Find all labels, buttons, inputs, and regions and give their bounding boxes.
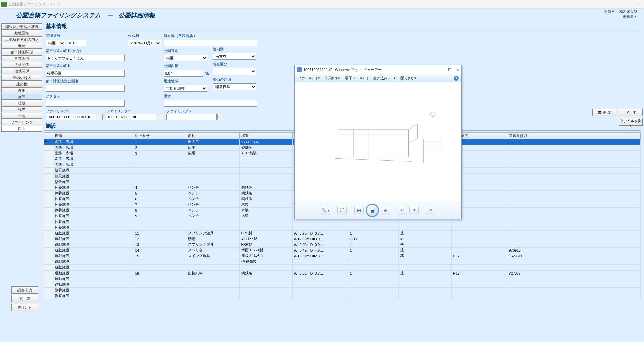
drawing-image bbox=[303, 93, 452, 191]
app-icon bbox=[1, 2, 7, 7]
name-input[interactable] bbox=[46, 70, 125, 77]
filing2-label: ファイリング2 bbox=[106, 109, 163, 114]
sidebar-item-7[interactable]: 植栽関係 bbox=[1, 68, 42, 74]
viewer-min[interactable]: — bbox=[440, 68, 443, 72]
sidebar-item-2[interactable]: 土地所有者別の内訳 bbox=[1, 36, 42, 42]
filing3-browse[interactable]: … bbox=[217, 114, 223, 120]
zoom-out-icon[interactable]: 🔍 ▾ bbox=[321, 206, 330, 215]
table-row[interactable]: 休養施設 bbox=[44, 219, 641, 225]
updater-label: 更新者： bbox=[623, 15, 637, 19]
table-row[interactable]: 遊戯施設 bbox=[44, 265, 641, 271]
table-row[interactable]: 遊戯施設15スイング遊具座板 ﾎﾟﾘｴﾁﾚﾝW=0.37m D=2.3…1基H1… bbox=[44, 253, 641, 259]
kana-label: 都市公園の名称(かな) bbox=[46, 48, 126, 53]
viewer-menu-3[interactable]: 書き込み(U) ▾ bbox=[373, 76, 396, 81]
sidebar-item-11[interactable]: 施設 bbox=[1, 94, 42, 100]
usezone-sel[interactable]: 市街化調整 bbox=[164, 85, 207, 92]
rotate-ccw-icon[interactable]: ↶ bbox=[398, 206, 407, 215]
updated-value: 2021/01/28 bbox=[619, 10, 637, 14]
col-0[interactable]: 種類 bbox=[53, 133, 133, 139]
sidebar-item-15[interactable]: ファイリング bbox=[1, 119, 42, 125]
locclass-label: 所在区分 bbox=[213, 62, 260, 67]
sidebar-item-16[interactable]: 図面 bbox=[1, 126, 42, 132]
mgmt-no-input[interactable] bbox=[66, 40, 86, 46]
col-3[interactable]: 構造 bbox=[239, 133, 292, 139]
sidebar-item-3[interactable]: 概要 bbox=[1, 43, 42, 49]
bottom-btn-0[interactable]: 調書出力 bbox=[11, 286, 38, 294]
sidebar-item-10[interactable]: 占用 bbox=[1, 87, 42, 93]
close-button[interactable]: ✕ bbox=[631, 0, 644, 9]
sidebar-item-4[interactable]: 都市計画関係 bbox=[1, 49, 42, 55]
viewer-max[interactable]: ☐ bbox=[448, 68, 451, 72]
filing3-input[interactable] bbox=[166, 114, 217, 120]
loc-label: 所在地（代表地番） bbox=[164, 33, 211, 38]
viewer-icon bbox=[297, 67, 302, 72]
rotate-cw-icon[interactable]: ↷ bbox=[409, 206, 419, 215]
mgmt-sel[interactable]: 街区 bbox=[46, 40, 65, 46]
filing1-input[interactable] bbox=[46, 114, 96, 120]
svg-rect-0 bbox=[338, 130, 409, 157]
open-file-button[interactable]: ファイルを開く bbox=[619, 118, 643, 126]
table-row[interactable]: 運動施設16曲柱鉄棒鋼鉄製W=0.50m D=3.7…1基H17727077 bbox=[44, 271, 641, 276]
cause-sel[interactable]: 開発行為 bbox=[213, 83, 256, 90]
planname-input[interactable] bbox=[46, 85, 125, 92]
table-row[interactable]: 遊戯施設他 鋼鉄製 bbox=[44, 259, 641, 265]
play-icon[interactable]: ▣ bbox=[366, 204, 379, 217]
sidebar-item-5[interactable]: 事業認可 bbox=[1, 55, 42, 61]
viewer-menu-1[interactable]: 印刷(P) ▾ bbox=[325, 76, 340, 81]
ha-unit: ha bbox=[205, 71, 209, 75]
kana-input[interactable] bbox=[46, 55, 125, 61]
cause-label: 整備の起因 bbox=[213, 77, 260, 82]
prev-icon[interactable]: ⏮ bbox=[354, 206, 364, 215]
bottom-btn-1[interactable]: 更 新 bbox=[11, 295, 38, 302]
filing2-input[interactable] bbox=[106, 114, 156, 120]
table-row[interactable]: 教養施設 bbox=[44, 293, 641, 299]
sidebar-item-6[interactable]: 法規関係 bbox=[1, 62, 42, 68]
photo-viewer-window: 100610021111.tif - Windows フォト ビューアー — ☐… bbox=[294, 65, 462, 219]
minimize-button[interactable]: — bbox=[604, 0, 617, 9]
table-row[interactable]: 遊戯施設11スプリング遊具FRP製W=0.28m D=0.7…1基 bbox=[44, 231, 641, 236]
table-row[interactable]: 運動施設 bbox=[44, 276, 641, 282]
col-2[interactable]: 名称 bbox=[186, 133, 239, 139]
back-button[interactable]: 戻 す bbox=[619, 109, 643, 116]
viewer-menu-0[interactable]: ファイル(F) ▾ bbox=[298, 76, 320, 81]
filing2-browse[interactable]: … bbox=[157, 114, 163, 120]
viewer-close[interactable]: ✕ bbox=[456, 68, 459, 72]
delete-icon[interactable]: ✕ bbox=[426, 206, 435, 215]
area-input[interactable] bbox=[164, 70, 203, 77]
type-label: 公園種別 bbox=[164, 48, 211, 53]
table-row[interactable]: 休養施設 bbox=[44, 225, 641, 231]
bottom-btn-2[interactable]: 閉 じ る bbox=[11, 304, 38, 311]
sidebar-item-14[interactable]: 土地 bbox=[1, 113, 42, 119]
viewer-menu-4[interactable]: 開く(O) ▾ bbox=[400, 76, 416, 81]
sidebar-item-8[interactable]: 整備の起因 bbox=[1, 75, 42, 81]
sidebar-item-13[interactable]: 境界 bbox=[1, 106, 42, 112]
sidebar-item-1[interactable]: 敷地面積 bbox=[1, 30, 42, 36]
sidebar-item-0[interactable]: 開設及び敷地の状況 bbox=[1, 23, 42, 30]
help-icon[interactable]: ? bbox=[454, 76, 459, 81]
usezone-label: 用途地域 bbox=[164, 79, 211, 84]
fit-icon[interactable]: ⛶ bbox=[337, 206, 347, 215]
table-row[interactable]: 遊戯施設12砂場ｺﾝｸﾘｰﾄ製W=2.32m D=3.0…7.03㎡ bbox=[44, 236, 641, 242]
viewer-menu-2[interactable]: 電子メール(E) bbox=[345, 76, 368, 81]
note-label: 備考 bbox=[164, 94, 211, 99]
created-input[interactable]: 2007年03月16日 bbox=[128, 40, 161, 46]
table-row[interactable]: 遊戯施設14スベリ台滑面 ｽﾃﾝﾚｽ製W=0.49m D=4.6…1基97091… bbox=[44, 248, 641, 253]
table-row[interactable]: 運動施設 bbox=[44, 282, 641, 288]
sidebar-item-9[interactable]: 建築物 bbox=[1, 81, 42, 87]
table-row[interactable]: 教養施設 bbox=[44, 288, 641, 293]
maximize-button[interactable]: ☐ bbox=[617, 0, 631, 9]
juris-sel[interactable]: 南古谷 bbox=[213, 53, 256, 60]
filing1-browse[interactable]: … bbox=[97, 114, 103, 120]
history-button[interactable]: 書 履 歴 bbox=[592, 109, 616, 116]
access-input[interactable] bbox=[46, 100, 125, 107]
type-sel[interactable]: 街区 bbox=[164, 55, 207, 61]
name-label: 都市公園の名称 bbox=[46, 63, 126, 68]
col-1[interactable]: 対照番号 bbox=[133, 133, 186, 139]
sidebar-item-12[interactable]: 植栽 bbox=[1, 100, 42, 106]
col-8[interactable]: 製造又は取 bbox=[507, 133, 640, 139]
app-title: 公園台帳ファイリングシステム bbox=[9, 2, 60, 7]
next-icon[interactable]: ⏭ bbox=[381, 206, 390, 215]
locclass-sel[interactable]: I bbox=[213, 68, 256, 75]
updated-label: 更新日： bbox=[604, 10, 619, 14]
table-row[interactable]: 遊戯施設13スプリング遊具FRP製W=0.40m D=0.9…1基 bbox=[44, 242, 641, 248]
